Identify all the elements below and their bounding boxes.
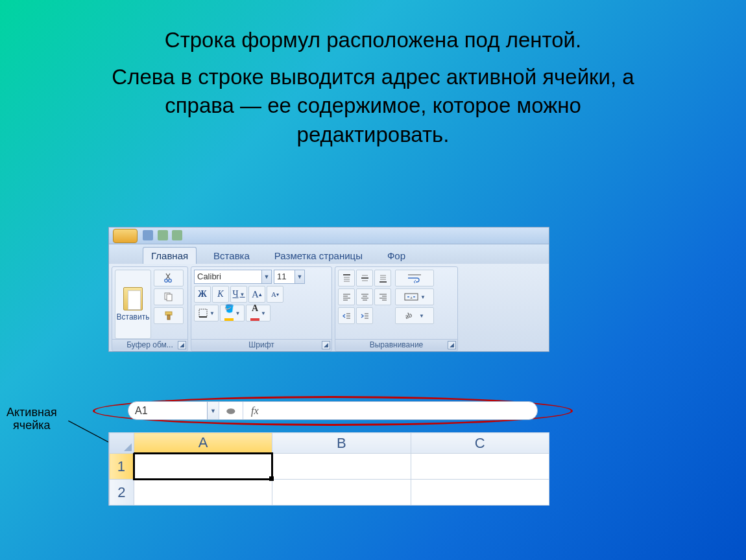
chevron-down-icon: ▼ xyxy=(261,270,271,283)
formula-bar: A1 ▼ ⬬ fx xyxy=(128,401,538,420)
svg-point-2 xyxy=(169,279,172,283)
select-all-corner[interactable] xyxy=(110,433,134,454)
svg-rect-5 xyxy=(165,312,172,315)
ribbon: Вставить Буфер о xyxy=(109,264,549,351)
underline-button[interactable]: Ч▼ xyxy=(230,286,247,303)
chevron-down-icon: ▼ xyxy=(295,270,304,283)
font-name-combo[interactable]: Calibri ▼ xyxy=(194,270,272,284)
left-align-button[interactable] xyxy=(338,288,355,305)
cell-a1[interactable] xyxy=(134,454,272,480)
top-align-button[interactable] xyxy=(338,270,355,286)
column-header-c[interactable]: C xyxy=(411,433,549,454)
group-alignment: a▼ ab▼ Выравнивание ◢ xyxy=(335,266,458,351)
spreadsheet-grid: A B C 1 2 xyxy=(108,432,549,506)
italic-button[interactable]: К xyxy=(212,286,229,303)
cell-b1[interactable] xyxy=(272,454,411,480)
office-button[interactable] xyxy=(113,229,138,243)
merge-center-button[interactable]: a▼ xyxy=(395,288,434,305)
name-box[interactable]: A1 ▼ xyxy=(128,402,219,419)
format-painter-button[interactable] xyxy=(154,307,184,324)
slide-line-2: Слева в строке выводится адрес активной … xyxy=(58,55,688,150)
formula-bar-highlight: A1 ▼ ⬬ fx xyxy=(93,396,573,426)
font-size-combo[interactable]: 11 ▼ xyxy=(274,270,305,284)
insert-function-button[interactable]: fx xyxy=(243,402,267,419)
active-cell-annotation: Активная ячейка xyxy=(6,406,57,432)
title-bar xyxy=(109,228,549,244)
bold-button[interactable]: Ж xyxy=(194,286,211,303)
orientation-button[interactable]: ab▼ xyxy=(395,307,434,324)
tab-home[interactable]: Главная xyxy=(143,247,197,264)
tab-page-layout[interactable]: Разметка страницы xyxy=(267,248,370,264)
right-align-button[interactable] xyxy=(374,288,391,305)
slide-text: Строка формул расположена под лентой. Сл… xyxy=(0,0,746,156)
qat-save-icon[interactable] xyxy=(143,230,153,240)
group-label-font: Шрифт ◢ xyxy=(191,339,331,350)
qat-redo-icon[interactable] xyxy=(172,230,182,240)
grow-font-button[interactable]: A▴ xyxy=(248,286,265,303)
paste-button[interactable]: Вставить xyxy=(115,270,151,339)
paste-icon xyxy=(123,287,143,310)
dialog-launcher-icon[interactable]: ◢ xyxy=(448,341,456,349)
excel-illustration: Активная ячейка Главная Вставка Разметка… xyxy=(0,227,746,560)
slide-line-1: Строка формул расположена под лентой. xyxy=(58,26,688,55)
middle-align-button[interactable] xyxy=(356,270,373,286)
cell-c1[interactable] xyxy=(411,454,549,480)
row-header-2[interactable]: 2 xyxy=(110,480,134,506)
svg-text:a: a xyxy=(410,295,413,300)
bucket-icon: 🪣 xyxy=(224,305,234,312)
bottom-align-button[interactable] xyxy=(374,270,391,286)
cell-b2[interactable] xyxy=(272,480,411,506)
group-label-alignment: Выравнивание ◢ xyxy=(335,339,457,350)
formula-input[interactable] xyxy=(267,402,537,419)
excel-window: Главная Вставка Разметка страницы Фор Вс… xyxy=(108,227,549,352)
tab-formulas[interactable]: Фор xyxy=(379,248,413,264)
center-align-button[interactable] xyxy=(356,288,373,305)
ribbon-tabs: Главная Вставка Разметка страницы Фор xyxy=(109,244,549,264)
qat-undo-icon[interactable] xyxy=(158,230,168,240)
dialog-launcher-icon[interactable]: ◢ xyxy=(178,341,186,349)
fill-color-button[interactable]: 🪣 ▼ xyxy=(220,305,245,321)
font-color-button[interactable]: A ▼ xyxy=(246,305,271,321)
group-clipboard: Вставить Буфер о xyxy=(112,266,188,351)
cell-a2[interactable] xyxy=(134,480,272,506)
column-header-b[interactable]: B xyxy=(272,433,411,454)
svg-text:ab: ab xyxy=(405,310,413,320)
shrink-font-button[interactable]: A▾ xyxy=(267,286,283,303)
svg-point-1 xyxy=(165,279,168,283)
column-header-a[interactable]: A xyxy=(134,433,272,454)
dialog-launcher-icon[interactable]: ◢ xyxy=(322,341,330,349)
row-header-1[interactable]: 1 xyxy=(110,454,134,480)
copy-button[interactable] xyxy=(154,288,184,305)
tab-insert[interactable]: Вставка xyxy=(206,248,258,264)
cell-c2[interactable] xyxy=(411,480,549,506)
svg-rect-4 xyxy=(167,294,172,301)
increase-indent-button[interactable] xyxy=(356,307,373,324)
svg-rect-6 xyxy=(167,315,170,320)
decrease-indent-button[interactable] xyxy=(338,307,355,324)
wrap-text-button[interactable] xyxy=(395,270,434,286)
expand-formula-icon[interactable]: ⬬ xyxy=(219,405,243,417)
cut-button[interactable] xyxy=(154,270,184,286)
quick-access-toolbar xyxy=(143,230,184,243)
group-font: Calibri ▼ 11 ▼ Ж К Ч▼ A▴ A▾ xyxy=(191,266,332,351)
borders-button[interactable]: ▼ xyxy=(194,305,219,321)
chevron-down-icon: ▼ xyxy=(207,402,219,419)
svg-rect-7 xyxy=(199,309,207,317)
group-label-clipboard: Буфер обм... ◢ xyxy=(112,339,187,350)
